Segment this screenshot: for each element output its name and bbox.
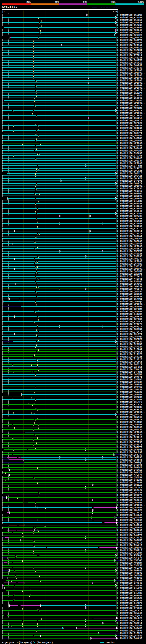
svg-text:UniRef100_Q6PPH2: UniRef100_Q6PPH2 bbox=[120, 263, 142, 265]
svg-text:UniRef100_B9WK13: UniRef100_B9WK13 bbox=[120, 544, 142, 547]
svg-text:UniRef100_C1BZP4: UniRef100_C1BZP4 bbox=[120, 92, 142, 94]
svg-text:UniRef100_A7TSL1: UniRef100_A7TSL1 bbox=[120, 620, 142, 622]
svg-text:UniRef100_UPI000..: UniRef100_UPI000.. bbox=[120, 112, 145, 114]
svg-text:UniRef100_UPI000..: UniRef100_UPI000.. bbox=[120, 502, 145, 504]
svg-text:UniRef100_C5L3C7: UniRef100_C5L3C7 bbox=[120, 486, 142, 489]
svg-text:UniRef100_B7SP58: UniRef100_B7SP58 bbox=[120, 441, 142, 444]
svg-text:UniRef100_C8BLQ5: UniRef100_C8BLQ5 bbox=[120, 300, 142, 303]
svg-text:UniRef100_Q24D42: UniRef100_Q24D42 bbox=[120, 579, 142, 582]
svg-text:UniRef100_Q6C592: UniRef100_Q6C592 bbox=[120, 492, 142, 494]
svg-text:UniRef100_Q8IBA0: UniRef100_Q8IBA0 bbox=[120, 484, 142, 486]
svg-text:UniRef100_P49026: UniRef100_P49026 bbox=[120, 253, 142, 255]
svg-text:UniRef100_C5E1D7: UniRef100_C5E1D7 bbox=[120, 624, 142, 627]
svg-text:UniRef100_C5GGJ3: UniRef100_C5GGJ3 bbox=[120, 388, 142, 391]
svg-text:UniRef100_Q39836: UniRef100_Q39836 bbox=[120, 255, 142, 258]
svg-text:~100%: ~100% bbox=[137, 1, 144, 4]
svg-text:UniRef100_Q9U4Y2: UniRef100_Q9U4Y2 bbox=[120, 414, 142, 416]
svg-text:UniRef100_Q6L4F8: UniRef100_Q6L4F8 bbox=[120, 401, 142, 404]
svg-text:UniRef100_C4JRS6: UniRef100_C4JRS6 bbox=[120, 456, 142, 459]
svg-text:UniRef100_C4M6P6: UniRef100_C4M6P6 bbox=[120, 602, 142, 604]
svg-text:UniRef100_A7TZ75: UniRef100_A7TZ75 bbox=[120, 323, 142, 326]
svg-text:UniRef100_A4S6H8: UniRef100_A4S6H8 bbox=[120, 26, 142, 29]
svg-text:UniRef100_Q801L8: UniRef100_Q801L8 bbox=[120, 172, 142, 175]
svg-text:UniRef100_Q08G56: UniRef100_Q08G56 bbox=[120, 290, 142, 293]
svg-text:UniRef100_O65851: UniRef100_O65851 bbox=[120, 459, 142, 461]
svg-text:UniRef100_B4LCS2: UniRef100_B4LCS2 bbox=[120, 451, 142, 454]
svg-text:UniRef100_Q9W7I1: UniRef100_Q9W7I1 bbox=[120, 89, 142, 92]
svg-text:UniRef100_B3L122: UniRef100_B3L122 bbox=[120, 509, 142, 512]
svg-text:UniRef100_Q7Q0T5: UniRef100_Q7Q0T5 bbox=[120, 330, 142, 333]
svg-text:UniRef100_Q6BKH8: UniRef100_Q6BKH8 bbox=[120, 539, 142, 542]
svg-text:UniRef100_B7FKR5: UniRef100_B7FKR5 bbox=[120, 165, 142, 167]
svg-text:UniRef100_C0PTF3: UniRef100_C0PTF3 bbox=[120, 124, 142, 127]
svg-text:UniRef100_C1BLK6: UniRef100_C1BLK6 bbox=[120, 52, 142, 54]
svg-text:UniRef100_B6HQX5: UniRef100_B6HQX5 bbox=[120, 326, 142, 328]
svg-text:UniRef100_C1C2G1: UniRef100_C1C2G1 bbox=[120, 348, 142, 351]
svg-text:UniRef100_A6SBS3: UniRef100_A6SBS3 bbox=[120, 296, 142, 298]
svg-text:UniRef100_UPI000..: UniRef100_UPI000.. bbox=[120, 82, 145, 84]
svg-text:UniRef100_Q10281: UniRef100_Q10281 bbox=[120, 481, 142, 484]
svg-text:UniRef100_Q4PM32: UniRef100_Q4PM32 bbox=[120, 434, 142, 436]
svg-text:UniRef100_Q0UP30: UniRef100_Q0UP30 bbox=[120, 220, 142, 222]
svg-text:UniRef100_B7T1N8: UniRef100_B7T1N8 bbox=[120, 212, 142, 215]
svg-text:UniRef100_C4QP68: UniRef100_C4QP68 bbox=[120, 464, 142, 466]
svg-text:UniRef100_B4JEI0: UniRef100_B4JEI0 bbox=[120, 205, 142, 208]
svg-text:~40%: ~40% bbox=[53, 1, 59, 4]
svg-text:UniRef100_C5KVJ9: UniRef100_C5KVJ9 bbox=[120, 489, 142, 492]
svg-text:UniRef100_C4QP69: UniRef100_C4QP69 bbox=[120, 524, 142, 526]
svg-text:UniRef100_Q1XGE0: UniRef100_Q1XGE0 bbox=[120, 94, 142, 97]
svg-text:UniRef100_C5PCX6: UniRef100_C5PCX6 bbox=[120, 250, 142, 253]
svg-text:UniRef100_C1I1Z6: UniRef100_C1I1Z6 bbox=[120, 353, 142, 356]
svg-text:AlignView.pm Beta rel.7: AlignView.pm Beta rel.7 bbox=[92, 6, 117, 8]
svg-text:UniRef100_C5L225: UniRef100_C5L225 bbox=[120, 617, 142, 620]
svg-text:UniRef100_A9XEM9: UniRef100_A9XEM9 bbox=[120, 107, 142, 110]
svg-text:UniRef100_A7ATJ9: UniRef100_A7ATJ9 bbox=[120, 537, 142, 539]
svg-text:UniRef100_Q9C4Z6: UniRef100_Q9C4Z6 bbox=[120, 175, 142, 177]
svg-text:UniRef100_C9E2R1: UniRef100_C9E2R1 bbox=[120, 49, 142, 52]
svg-text:UniRef100_Q25189: UniRef100_Q25189 bbox=[120, 195, 142, 198]
svg-text:UniRef100_B8NT05: UniRef100_B8NT05 bbox=[120, 416, 142, 418]
svg-text:UniRef100_Q870G6: UniRef100_Q870G6 bbox=[120, 240, 142, 242]
svg-text:UniRef100_A1CW29: UniRef100_A1CW29 bbox=[120, 391, 142, 394]
svg-text:UniRef100_A2I3W1: UniRef100_A2I3W1 bbox=[120, 398, 142, 401]
svg-text:UniRef100_Q86M20: UniRef100_Q86M20 bbox=[120, 340, 142, 343]
svg-text:UniRef100_C4PG27: UniRef100_C4PG27 bbox=[120, 346, 142, 348]
svg-text:UniRef100_UPI000..: UniRef100_UPI000.. bbox=[120, 431, 145, 434]
svg-text:UniRef100_B7FJT0: UniRef100_B7FJT0 bbox=[120, 228, 142, 230]
svg-text:UniRef100_Q2GUD1: UniRef100_Q2GUD1 bbox=[120, 273, 142, 275]
svg-text:UniRef100_B9SU88: UniRef100_B9SU88 bbox=[120, 280, 142, 283]
svg-text:UniRef100_B4E0C3: UniRef100_B4E0C3 bbox=[120, 519, 142, 522]
svg-text:UniRef100_B4IZB0: UniRef100_B4IZB0 bbox=[120, 479, 142, 481]
svg-text:UniRef100_UPI000..: UniRef100_UPI000.. bbox=[120, 74, 145, 77]
svg-text:UniRef100_A9LST1: UniRef100_A9LST1 bbox=[120, 333, 142, 336]
svg-text:UniRef100_B0X0Y1: UniRef100_B0X0Y1 bbox=[120, 376, 142, 378]
svg-text:UniRef100_B2VS63: UniRef100_B2VS63 bbox=[120, 222, 142, 225]
svg-text:UniRef100_C4LTS8: UniRef100_C4LTS8 bbox=[120, 592, 142, 594]
svg-text:538|: 538| bbox=[113, 10, 118, 13]
svg-text:UniRef100_Q8J225: UniRef100_Q8J225 bbox=[120, 356, 142, 358]
svg-text:UniRef100_Q6CNI7: UniRef100_Q6CNI7 bbox=[120, 610, 142, 612]
svg-text:UniRef100_A9YTA2: UniRef100_A9YTA2 bbox=[120, 46, 142, 49]
svg-text:UniRef100_Q1WLW3: UniRef100_Q1WLW3 bbox=[120, 14, 142, 16]
svg-text:UniRef100_A3FQ74: UniRef100_A3FQ74 bbox=[120, 557, 142, 559]
svg-text:UniRef100_C4QXC0: UniRef100_C4QXC0 bbox=[120, 614, 142, 617]
svg-text:UniRef100_C5DGD7: UniRef100_C5DGD7 bbox=[120, 590, 142, 592]
svg-text:UniRef100_O42248: UniRef100_O42248 bbox=[120, 57, 142, 59]
svg-text:UniRef100_A9V1T8: UniRef100_A9V1T8 bbox=[120, 288, 142, 290]
svg-text:UniRef100_Q0CSY4: UniRef100_Q0CSY4 bbox=[120, 494, 142, 496]
svg-text:UniRef100_UPI000..: UniRef100_UPI000.. bbox=[120, 162, 145, 165]
svg-text:UniRef100_B8MBK5: UniRef100_B8MBK5 bbox=[120, 351, 142, 353]
svg-text:UniRef100_B6K8C2: UniRef100_B6K8C2 bbox=[120, 466, 142, 469]
svg-text:UniRef100_UPI000..: UniRef100_UPI000.. bbox=[120, 142, 145, 144]
svg-text:UniRef100_O18640: UniRef100_O18640 bbox=[120, 210, 142, 212]
svg-text:UniRef100_C7GW94: UniRef100_C7GW94 bbox=[120, 630, 142, 632]
svg-text:UniRef100_Q6J0Y5: UniRef100_Q6J0Y5 bbox=[120, 120, 142, 122]
svg-text:UniRef100_C1MZG8: UniRef100_C1MZG8 bbox=[120, 24, 142, 26]
svg-text:UniRef100_B6KSU1: UniRef100_B6KSU1 bbox=[120, 449, 142, 451]
svg-text:UniRef100_Q21215: UniRef100_Q21215 bbox=[120, 436, 142, 438]
svg-text:UniRef100_UPI000..: UniRef100_UPI000.. bbox=[120, 72, 145, 74]
svg-text:UniRef100_Q40403: UniRef100_Q40403 bbox=[120, 147, 142, 150]
svg-text:UniRef100_Q39336: UniRef100_Q39336 bbox=[120, 265, 142, 268]
svg-text:UniRef100_C4YBT9: UniRef100_C4YBT9 bbox=[120, 534, 142, 537]
svg-text:UniRef100_A3LWH7: UniRef100_A3LWH7 bbox=[120, 552, 142, 554]
